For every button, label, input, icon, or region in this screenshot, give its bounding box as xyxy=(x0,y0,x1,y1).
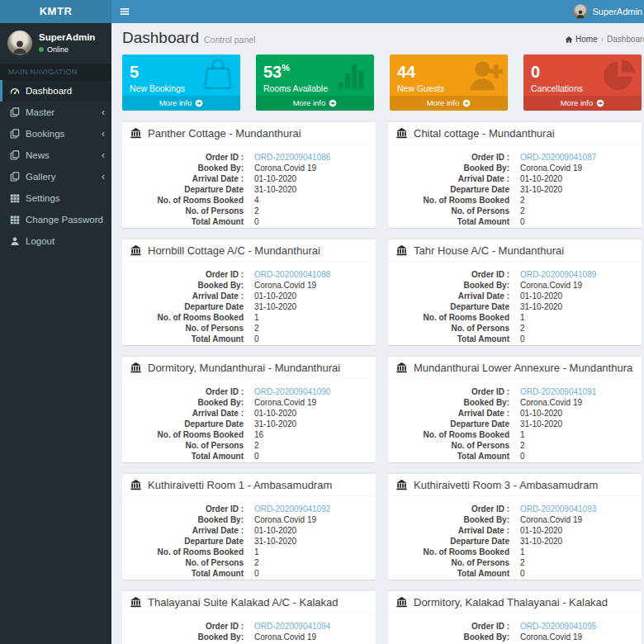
booking-card-header: Dormitory, Kalakad Thalayanai - Kalakad xyxy=(388,591,642,613)
field-label: Booked By: xyxy=(396,397,520,408)
field-label: No. of Persons xyxy=(396,557,520,568)
order-id-link[interactable]: ORD-202009041086 xyxy=(254,152,330,163)
copy-icon xyxy=(10,129,20,139)
booking-card-body: Order ID :ORD-202009041092 Booked By:Cor… xyxy=(122,496,376,579)
brand-logo[interactable]: KMTR xyxy=(0,0,111,23)
order-id-link[interactable]: ORD-202009041087 xyxy=(520,152,596,163)
more-info-link[interactable]: More info xyxy=(122,96,240,111)
field-value: 31-10-2020 xyxy=(520,536,562,547)
info-box-label: New Bookings xyxy=(130,83,240,93)
bank-icon xyxy=(396,362,407,373)
field-label: Order ID : xyxy=(130,504,254,514)
field-label: Total Amount xyxy=(130,568,254,579)
more-info-label: More info xyxy=(561,98,594,107)
order-id-link[interactable]: ORD-202009041094 xyxy=(254,621,330,632)
sidebar-item-master[interactable]: Master ‹ xyxy=(0,102,111,123)
booking-card-title: Dormitory, Kalakad Thalayanai - Kalakad xyxy=(414,596,608,608)
sidebar-toggle-button[interactable] xyxy=(111,0,138,23)
field-label: Departure Date xyxy=(396,419,520,429)
order-id-link[interactable]: ORD-202009041090 xyxy=(254,386,330,397)
field-value: 1 xyxy=(254,547,259,557)
field-value: 01-10-2020 xyxy=(254,408,296,419)
field-label: Booked By: xyxy=(130,514,254,525)
info-box-content: 0 Cancellations xyxy=(523,54,642,93)
field-value: 0 xyxy=(520,334,525,344)
content-header: DashboardControl panel Home › Dashboard xyxy=(111,23,644,53)
field-label: Booked By: xyxy=(130,632,254,642)
field-label: No. of Persons xyxy=(396,323,520,334)
info-box-content: 5 New Bookings xyxy=(122,54,240,93)
sidebar-item-label: Master xyxy=(26,107,54,117)
field-value: 2 xyxy=(520,206,525,216)
order-id-link[interactable]: ORD-202009041088 xyxy=(254,269,330,280)
sidebar-item-bookings[interactable]: Bookings ‹ xyxy=(0,123,111,144)
field-value: 01-10-2020 xyxy=(520,525,562,536)
booking-card-header: Tahr House A/C - Mundanthurai xyxy=(388,239,642,262)
booking-card: Hornbill Cottage A/C - Mundanthurai Orde… xyxy=(122,238,376,345)
bank-icon xyxy=(130,245,141,256)
field-value: 1 xyxy=(254,312,259,323)
top-navbar: SuperAdmin xyxy=(111,0,644,23)
field-label: Order ID : xyxy=(130,386,254,397)
booking-card: Thalayanai Suite Kalakad A/C - Kalakad O… xyxy=(122,590,376,644)
sidebar-item-gallery[interactable]: Gallery ‹ xyxy=(0,166,111,187)
booking-card-header: Thalayanai Suite Kalakad A/C - Kalakad xyxy=(122,591,376,613)
field-value: 2 xyxy=(520,557,525,568)
sidebar-item-label: Logout xyxy=(26,236,54,246)
field-label: Arrival Date : xyxy=(396,408,520,419)
field-value: 1 xyxy=(520,312,525,323)
field-label: Total Amount xyxy=(130,334,254,344)
info-box-cancellations: 0 Cancellations More info xyxy=(523,54,642,111)
field-label: No. of Persons xyxy=(130,440,254,451)
booking-card-header: Panther Cottage - Mundanthurai xyxy=(122,122,376,144)
field-value: 31-10-2020 xyxy=(254,301,296,312)
more-info-link[interactable]: More info xyxy=(256,96,374,111)
bank-icon xyxy=(130,597,141,608)
field-value: 0 xyxy=(520,451,525,462)
sidebar-item-label: Settings xyxy=(26,193,60,203)
field-value: 2 xyxy=(254,440,259,451)
more-info-link[interactable]: More info xyxy=(523,96,642,111)
booking-card-body: Order ID :ORD-202009041091 Booked By:Cor… xyxy=(388,379,642,462)
field-value: 0 xyxy=(254,568,259,579)
field-value: Corona.Covid 19 xyxy=(254,632,316,642)
main-content: DashboardControl panel Home › Dashboard … xyxy=(111,23,644,644)
booking-card-body: Order ID :ORD-202009041090 Booked By:Cor… xyxy=(122,379,376,462)
field-value: Corona.Covid 19 xyxy=(520,514,582,525)
field-value: 31-10-2020 xyxy=(254,184,296,195)
field-label: Total Amount xyxy=(130,451,254,462)
booking-card-body: Order ID :ORD-202009041086 Booked By:Cor… xyxy=(122,144,376,227)
sidebar-item-logout[interactable]: Logout xyxy=(0,230,111,252)
sidebar-user-panel: SuperAdmin Online xyxy=(0,23,111,64)
field-label: No. of Persons xyxy=(396,440,520,451)
order-id-link[interactable]: ORD-202009041093 xyxy=(520,504,596,514)
field-label: Order ID : xyxy=(396,621,520,632)
field-label: Departure Date xyxy=(130,301,254,312)
booking-card-title: Hornbill Cottage A/C - Mundanthurai xyxy=(148,244,320,257)
order-id-link[interactable]: ORD-202009041095 xyxy=(520,621,596,632)
more-info-link[interactable]: More info xyxy=(390,96,508,111)
breadcrumb-home-link[interactable]: Home xyxy=(565,35,598,44)
sidebar-item-label: Dashboard xyxy=(26,86,72,96)
order-id-link[interactable]: ORD-202009041092 xyxy=(254,504,330,514)
user-menu-label: SuperAdmin xyxy=(592,7,642,17)
order-id-link[interactable]: ORD-202009041089 xyxy=(520,269,596,280)
chevron-left-icon: ‹ xyxy=(102,107,105,117)
field-label: Arrival Date : xyxy=(130,525,254,536)
field-value: 01-10-2020 xyxy=(520,408,562,419)
booking-card-title: Tahr House A/C - Mundanthurai xyxy=(414,244,564,257)
sidebar-item-change-password[interactable]: Change Password xyxy=(0,209,111,230)
booking-card-header: Chital cottage - Mundanthurai xyxy=(388,122,642,144)
field-label: No. of Persons xyxy=(130,206,254,216)
sidebar-item-news[interactable]: News ‹ xyxy=(0,144,111,166)
user-menu[interactable]: SuperAdmin xyxy=(565,0,644,23)
sidebar-section-label: MAIN NAVIGATION xyxy=(0,64,111,80)
field-label: Departure Date xyxy=(130,184,254,195)
sidebar-item-dashboard[interactable]: Dashboard xyxy=(0,80,111,102)
booking-card-title: Mundanthurai Lower Annexure - Mundanthur… xyxy=(414,362,633,374)
sidebar-item-settings[interactable]: Settings xyxy=(0,187,111,209)
order-id-link[interactable]: ORD-202009041091 xyxy=(520,386,596,397)
more-info-label: More info xyxy=(427,98,460,107)
copy-icon xyxy=(10,107,20,117)
field-label: Total Amount xyxy=(130,216,254,227)
